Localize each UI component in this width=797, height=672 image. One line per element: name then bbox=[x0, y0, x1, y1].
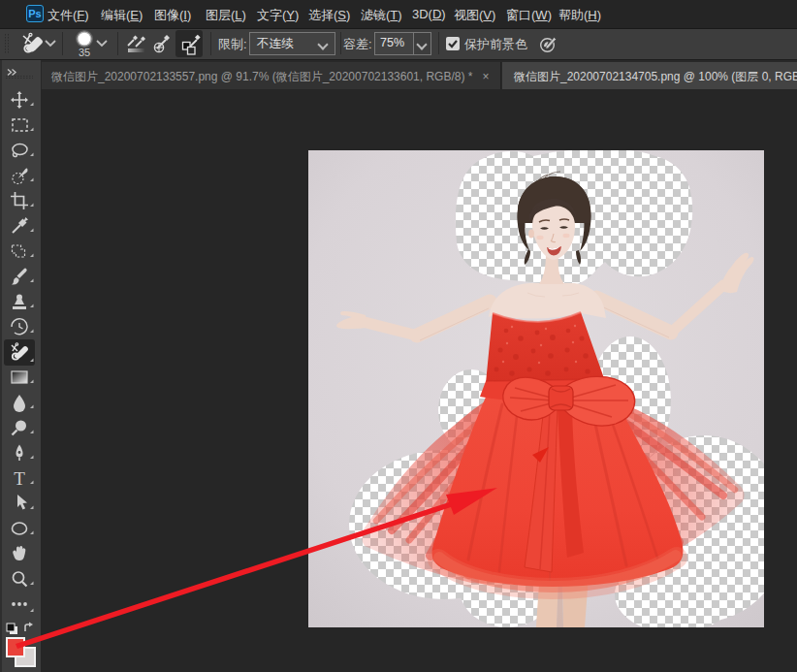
svg-text:T: T bbox=[14, 468, 25, 489]
svg-text:35: 35 bbox=[79, 47, 90, 58]
